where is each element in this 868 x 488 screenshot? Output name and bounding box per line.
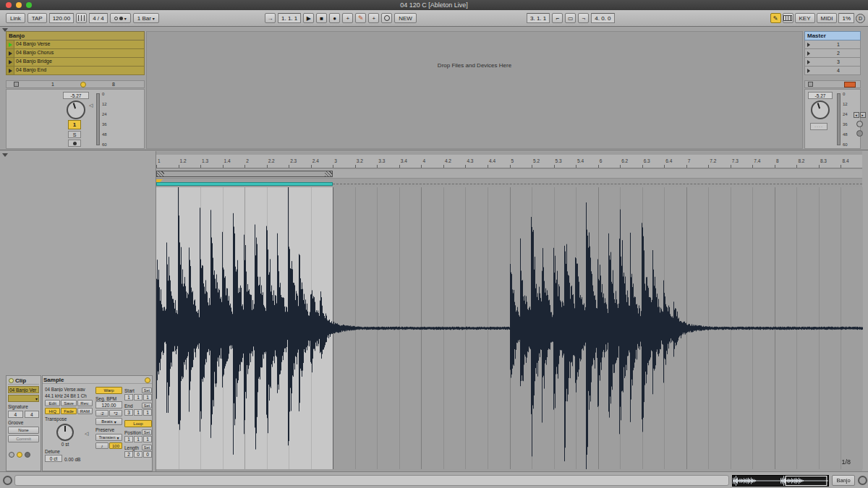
crossfade-box[interactable]: ···· <box>810 123 827 130</box>
hiq-button[interactable]: HiQ <box>45 408 60 414</box>
reenable-automation-button[interactable]: + <box>368 13 379 23</box>
stop-button[interactable]: ■ <box>316 13 327 23</box>
waveform-display[interactable] <box>156 187 863 469</box>
double-tempo-button[interactable]: *2 <box>109 410 122 416</box>
reverse-button[interactable]: Rev. <box>77 400 93 406</box>
value-box[interactable]: 0 <box>134 451 142 458</box>
tap-tempo-button[interactable]: TAP <box>27 13 47 23</box>
value-box[interactable]: 1 <box>143 436 152 442</box>
value-box[interactable]: 0 <box>143 451 152 458</box>
clip-slot[interactable]: 04 Banjo Chorus <box>6 49 145 58</box>
preview-speaker-icon[interactable]: ◁ <box>85 431 88 437</box>
track-volume-knob[interactable] <box>67 100 85 119</box>
midi-map-button[interactable]: MIDI <box>817 13 838 23</box>
clip-name-field[interactable]: 04 Banjo Ver <box>8 386 39 393</box>
clip-slot[interactable]: 04 Banjo Verse <box>6 40 145 49</box>
loop-button[interactable]: Loop <box>124 420 152 427</box>
new-button[interactable]: NEW <box>394 13 417 23</box>
track-volume-value[interactable]: -5.27 <box>63 92 89 99</box>
minimize-window-button[interactable] <box>16 2 22 8</box>
punch-out-button[interactable]: ¬ <box>578 13 589 23</box>
scene-slot[interactable]: 3 <box>804 58 861 67</box>
back-to-arrangement-button[interactable] <box>844 82 856 87</box>
value-box[interactable]: 3 <box>124 409 133 416</box>
key-map-button[interactable]: KEY <box>795 13 815 23</box>
scrub-area[interactable] <box>156 169 862 179</box>
loop-start-field[interactable]: 3. 1. 1 <box>527 13 550 23</box>
clip-launch-button[interactable] <box>7 49 14 57</box>
record-button[interactable]: ● <box>329 13 340 23</box>
master-title[interactable]: Master <box>804 31 861 40</box>
info-view-toggle[interactable] <box>3 476 12 485</box>
solo-cue-button[interactable] <box>856 130 863 137</box>
value-box[interactable]: 1 <box>143 409 152 416</box>
warp-mode-chooser[interactable]: Beats▾ <box>95 418 122 425</box>
fade-button[interactable]: Fade <box>61 408 76 414</box>
overdub-button[interactable]: + <box>342 13 353 23</box>
half-tempo-button[interactable]: :2 <box>95 410 109 416</box>
io-knob[interactable] <box>80 82 86 87</box>
fold-arrow-icon[interactable] <box>2 153 8 157</box>
prev-button[interactable]: ◂ <box>854 112 859 118</box>
envelope-box-toggle[interactable] <box>25 452 30 458</box>
detail-view-toggle[interactable] <box>858 476 867 485</box>
cue-button[interactable] <box>856 121 863 127</box>
loop-switch-button[interactable]: ▭ <box>565 13 576 23</box>
quantization-menu[interactable]: 1 Bar▾ <box>133 13 159 23</box>
clip-stop-icon[interactable] <box>14 82 19 87</box>
transient-loop-mode-button[interactable]: ♪ <box>95 442 109 449</box>
value-box[interactable]: 2 <box>124 451 133 458</box>
warp-button[interactable]: Warp <box>95 387 122 394</box>
set-start-button[interactable]: Set <box>142 388 152 393</box>
next-button[interactable]: ▸ <box>860 112 866 118</box>
save-button[interactable]: Save <box>61 400 76 406</box>
link-button[interactable]: Link <box>6 13 25 23</box>
clip-launch-button[interactable] <box>7 67 14 74</box>
transients-chooser[interactable]: Transien▾ <box>95 434 122 441</box>
drop-zone[interactable]: Drop Files and Devices Here <box>146 31 803 149</box>
value-box[interactable]: 1 <box>124 394 133 401</box>
clip-color-chooser[interactable]: ▾ <box>8 395 39 402</box>
loop-length-field[interactable]: 4. 0. 0 <box>591 13 614 23</box>
gain-value[interactable]: 0.00 dB <box>64 457 80 462</box>
groove-chooser[interactable]: None <box>8 427 39 434</box>
computer-midi-keyboard-button[interactable] <box>783 13 793 23</box>
transpose-knob[interactable] <box>56 424 74 441</box>
close-window-button[interactable] <box>6 2 12 8</box>
punch-in-button[interactable]: ⌐ <box>552 13 563 23</box>
scene-slot[interactable]: 1 <box>804 40 861 49</box>
zoom-window-button[interactable] <box>26 2 32 8</box>
set-position-button[interactable]: Set <box>142 429 152 435</box>
loop-brace[interactable] <box>156 171 333 177</box>
stop-all-clips-icon[interactable] <box>808 82 813 87</box>
commit-button[interactable]: Commit <box>8 435 39 442</box>
solo-button[interactable]: S <box>68 131 81 138</box>
time-signature-field[interactable]: 4 / 4 <box>89 13 108 23</box>
value-box[interactable]: 1 <box>134 409 142 416</box>
signature-numerator[interactable]: 4 <box>8 411 23 418</box>
follow-button[interactable]: → <box>265 13 276 23</box>
track-activator-button[interactable]: 1 <box>68 120 81 129</box>
launch-box-toggle[interactable] <box>9 452 14 458</box>
clip-overview[interactable] <box>732 475 829 487</box>
set-length-button[interactable]: Set <box>142 445 152 450</box>
draw-mode-button[interactable]: ✎ <box>770 13 781 23</box>
signature-denominator[interactable]: 4 <box>25 411 40 418</box>
clip-slot[interactable]: 04 Banjo Bridge <box>6 58 145 67</box>
arrangement-position-field[interactable]: 1. 1. 1 <box>278 13 301 23</box>
clip-slot[interactable]: 04 Banjo End <box>6 67 145 75</box>
master-volume-value[interactable]: -5.27 <box>808 92 833 99</box>
transient-envelope-field[interactable]: 100 <box>109 442 122 449</box>
ram-button[interactable]: RAM <box>77 408 93 414</box>
clip-launch-button[interactable] <box>7 58 14 66</box>
detune-field[interactable]: 0 ct <box>45 455 62 462</box>
value-box[interactable]: 1 <box>134 436 142 442</box>
automation-arm-button[interactable]: ✎ <box>355 13 366 23</box>
expand-panel-button[interactable] <box>145 377 150 383</box>
master-volume-knob[interactable] <box>811 100 830 119</box>
value-box[interactable]: 1 <box>124 436 133 442</box>
session-record-button[interactable] <box>381 13 392 23</box>
scene-slot[interactable]: 4 <box>804 67 861 75</box>
tempo-field[interactable]: 120.00 <box>49 13 74 23</box>
clip-launch-button[interactable] <box>7 40 14 48</box>
